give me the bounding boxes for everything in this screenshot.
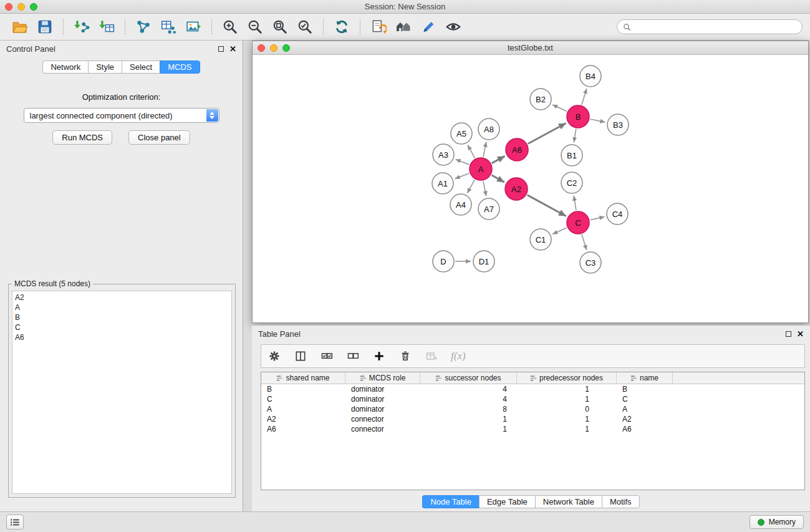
- table-cell[interactable]: 1: [517, 384, 617, 394]
- maximize-window-button[interactable]: [30, 3, 37, 11]
- mcds-result-item[interactable]: A2: [15, 293, 229, 302]
- tab-style[interactable]: Style: [88, 60, 122, 74]
- table-tab-edge-table[interactable]: Edge Table: [479, 495, 535, 508]
- task-history-button[interactable]: [6, 515, 24, 530]
- close-panel-icon[interactable]: ✕: [229, 45, 236, 53]
- graph-edge-B-B2[interactable]: [552, 105, 567, 112]
- network-from-table-button[interactable]: [156, 16, 181, 37]
- table-row[interactable]: Bdominator41B: [261, 384, 804, 394]
- column-header-MCDS-role[interactable]: MCDS role: [345, 372, 420, 384]
- zoom-fit-button[interactable]: [268, 16, 292, 37]
- zoom-out-button[interactable]: [243, 16, 268, 37]
- graph-edge-C-C1[interactable]: [552, 228, 567, 234]
- graph-node-C1[interactable]: C1: [530, 229, 551, 250]
- graph-node-A6[interactable]: A6: [506, 138, 528, 161]
- graph-node-B1[interactable]: B1: [561, 145, 582, 166]
- table-tab-node-table[interactable]: Node Table: [422, 495, 479, 508]
- table-cell[interactable]: dominator: [345, 384, 420, 394]
- table-cell[interactable]: dominator: [345, 404, 420, 414]
- mcds-result-item[interactable]: C: [15, 322, 229, 332]
- table-cell[interactable]: connector: [345, 424, 420, 434]
- column-header-successor-nodes[interactable]: successor nodes: [420, 372, 517, 384]
- graph-node-A1[interactable]: A1: [432, 173, 453, 194]
- graph-edge-A-A3[interactable]: [456, 160, 470, 165]
- table-cell[interactable]: connector: [345, 414, 420, 424]
- close-table-panel-icon[interactable]: ✕: [797, 330, 804, 338]
- tab-network[interactable]: Network: [42, 60, 88, 74]
- graph-node-B3[interactable]: B3: [607, 114, 629, 135]
- graph-node-C[interactable]: C: [567, 211, 589, 234]
- graph-node-C3[interactable]: C3: [580, 252, 601, 273]
- table-cell[interactable]: 1: [420, 414, 517, 424]
- graph-edge-A-A1[interactable]: [455, 173, 470, 179]
- import-network-button[interactable]: [69, 16, 94, 37]
- table-cell[interactable]: B: [617, 384, 673, 394]
- graph-node-B4[interactable]: B4: [580, 65, 601, 87]
- memory-button[interactable]: Memory: [750, 515, 804, 529]
- graph-edge-A-A7[interactable]: [483, 181, 486, 196]
- export-image-button[interactable]: [181, 16, 206, 37]
- graph-node-D[interactable]: D: [433, 251, 454, 272]
- mcds-result-item[interactable]: B: [15, 312, 229, 322]
- table-cell[interactable]: A6: [617, 424, 673, 434]
- minimize-window-button[interactable]: [17, 3, 25, 11]
- table-tab-network-table[interactable]: Network Table: [535, 495, 602, 508]
- table-cell[interactable]: A2: [261, 414, 345, 424]
- graph-node-C2[interactable]: C2: [561, 172, 582, 193]
- table-row[interactable]: Adominator80A: [261, 404, 804, 414]
- table-cell[interactable]: C: [617, 394, 673, 404]
- table-cell[interactable]: B: [261, 384, 345, 394]
- graph-edge-C-C3[interactable]: [582, 235, 587, 250]
- apply-style-button[interactable]: [416, 16, 441, 37]
- table-cell[interactable]: 4: [420, 384, 517, 394]
- delete-rows-button[interactable]: [398, 349, 412, 363]
- table-row[interactable]: A2connector11A2: [261, 414, 804, 424]
- graph-node-A8[interactable]: A8: [478, 118, 499, 140]
- table-row[interactable]: Cdominator41C: [261, 394, 804, 404]
- table-cell[interactable]: C: [261, 394, 345, 404]
- import-table-button[interactable]: [94, 16, 119, 37]
- graph-edge-A-A4[interactable]: [467, 180, 475, 193]
- column-header-shared-name[interactable]: shared name: [261, 372, 345, 384]
- table-cell[interactable]: 8: [420, 404, 517, 414]
- mcds-result-item[interactable]: A6: [15, 332, 229, 342]
- zoom-in-button[interactable]: [218, 16, 243, 37]
- network-canvas[interactable]: AA2A6BCA1A3A4A5A7A8B1B2B3B4C1C2C3C4DD1: [253, 55, 808, 322]
- close-panel-button[interactable]: Close panel: [128, 130, 190, 145]
- column-header-name[interactable]: name: [617, 372, 673, 384]
- graph-edge-A-A5[interactable]: [468, 145, 475, 158]
- table-row[interactable]: A6connector11A6: [261, 424, 804, 434]
- network-share-button[interactable]: [131, 16, 156, 37]
- float-table-panel-icon[interactable]: [786, 331, 791, 337]
- table-tab-motifs[interactable]: Motifs: [602, 495, 640, 508]
- home-button[interactable]: [391, 16, 416, 37]
- zoom-selected-button[interactable]: [292, 16, 317, 37]
- graph-edge-A2-C[interactable]: [528, 195, 566, 216]
- graph-edge-C-C2[interactable]: [574, 196, 576, 210]
- graph-edge-C-C4[interactable]: [591, 217, 605, 220]
- graph-node-B[interactable]: B: [567, 105, 589, 128]
- search-field[interactable]: [617, 19, 803, 34]
- graph-node-A7[interactable]: A7: [478, 198, 499, 220]
- tab-select[interactable]: Select: [122, 60, 160, 74]
- add-row-button[interactable]: [372, 349, 386, 363]
- table-cell[interactable]: 1: [517, 414, 617, 424]
- snapshot-button[interactable]: [366, 16, 391, 37]
- table-cell[interactable]: 4: [420, 394, 517, 404]
- graph-node-C4[interactable]: C4: [607, 203, 628, 225]
- column-header-predecessor-nodes[interactable]: predecessor nodes: [517, 372, 617, 384]
- table-cell[interactable]: 0: [517, 404, 617, 414]
- graph-edge-A6-B[interactable]: [528, 123, 566, 143]
- maximize-network-window-button[interactable]: [282, 44, 290, 52]
- table-cell[interactable]: 1: [517, 394, 617, 404]
- refresh-view-button[interactable]: [329, 16, 354, 37]
- graph-node-A2[interactable]: A2: [505, 178, 528, 200]
- mcds-result-list[interactable]: A2ABCA6: [12, 291, 232, 494]
- open-session-button[interactable]: [7, 16, 32, 37]
- graph-edge-A-A8[interactable]: [483, 142, 486, 157]
- graph-edge-B-B4[interactable]: [582, 89, 587, 105]
- graph-edge-B-B1[interactable]: [574, 129, 576, 143]
- run-mcds-button[interactable]: Run MCDS: [52, 130, 112, 145]
- graph-node-A[interactable]: A: [470, 158, 492, 180]
- table-settings-button[interactable]: [268, 349, 281, 363]
